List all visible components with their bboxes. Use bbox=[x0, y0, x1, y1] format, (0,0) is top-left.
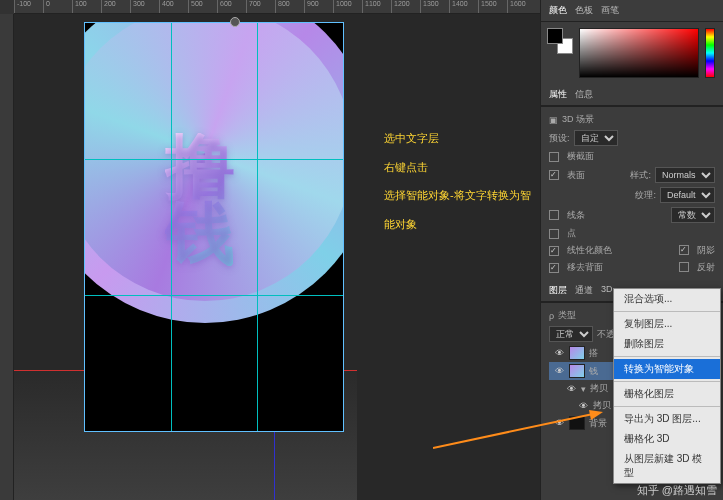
hue-slider[interactable] bbox=[705, 28, 715, 78]
points-checkbox[interactable] bbox=[549, 229, 559, 239]
lines-style-select[interactable]: 常数 bbox=[671, 207, 715, 223]
ctx-new-3d[interactable]: 从图层新建 3D 模型 bbox=[614, 449, 720, 483]
eye-icon[interactable]: 👁 bbox=[579, 401, 589, 411]
tab-3d[interactable]: 3D bbox=[601, 284, 613, 297]
cross-section-checkbox[interactable] bbox=[549, 152, 559, 162]
panels-dock: 颜色 色板 画笔 属性 信息 ▣ 3D 场景 预设: 自定 横截面 表面 样式:… bbox=[540, 0, 723, 500]
tab-swatches[interactable]: 色板 bbox=[575, 4, 593, 17]
cube-icon: ▣ bbox=[549, 115, 558, 125]
tab-channels[interactable]: 通道 bbox=[575, 284, 593, 297]
transform-handle-icon[interactable] bbox=[230, 17, 240, 27]
properties-panel: ▣ 3D 场景 预设: 自定 横截面 表面 样式: Normals 纹理: De… bbox=[541, 106, 723, 280]
annotation-text: 选中文字层 右键点击 选择智能对象-将文字转换为智能对象 bbox=[384, 124, 540, 238]
context-menu[interactable]: 混合选项... 复制图层... 删除图层 转换为智能对象 栅格化图层 导出为 3… bbox=[613, 288, 721, 484]
eye-icon[interactable]: 👁 bbox=[567, 384, 577, 394]
canvas-text[interactable]: 撸 钱 bbox=[165, 133, 235, 266]
ruler-top: -100010020030040050060070080090010001100… bbox=[14, 0, 540, 14]
chevron-down-icon[interactable]: ▾ bbox=[581, 384, 586, 394]
ctx-convert-smart-object[interactable]: 转换为智能对象 bbox=[614, 359, 720, 379]
tab-layers[interactable]: 图层 bbox=[549, 284, 567, 297]
linear-checkbox[interactable] bbox=[549, 246, 559, 256]
lines-checkbox[interactable] bbox=[549, 210, 559, 220]
color-picker[interactable] bbox=[579, 28, 699, 78]
eye-icon[interactable]: 👁 bbox=[555, 418, 565, 428]
color-panel bbox=[541, 22, 723, 84]
layer-thumb bbox=[569, 364, 585, 378]
ctx-blend-options[interactable]: 混合选项... bbox=[614, 289, 720, 309]
fg-bg-swatch[interactable] bbox=[547, 28, 573, 54]
tab-info[interactable]: 信息 bbox=[575, 88, 593, 101]
tab-color[interactable]: 颜色 bbox=[549, 4, 567, 17]
properties-tabs[interactable]: 属性 信息 bbox=[541, 84, 723, 106]
blend-mode-select[interactable]: 正常 bbox=[549, 326, 593, 342]
surface-checkbox[interactable] bbox=[549, 170, 559, 180]
ctx-export-3d[interactable]: 导出为 3D 图层... bbox=[614, 409, 720, 429]
shadow-checkbox[interactable] bbox=[679, 245, 689, 255]
layer-thumb bbox=[569, 346, 585, 360]
tab-properties[interactable]: 属性 bbox=[549, 88, 567, 101]
artboard[interactable]: 撸 钱 bbox=[84, 22, 344, 432]
eye-icon[interactable]: 👁 bbox=[555, 348, 565, 358]
preset-select[interactable]: 自定 bbox=[574, 130, 618, 146]
watermark: 知乎 @路遇知雪 bbox=[637, 483, 717, 498]
ctx-delete[interactable]: 删除图层 bbox=[614, 334, 720, 354]
reflection-checkbox[interactable] bbox=[679, 262, 689, 272]
texture-select[interactable]: Default bbox=[660, 187, 715, 203]
layer-thumb bbox=[569, 416, 585, 430]
ruler-left bbox=[0, 14, 14, 500]
color-panel-tabs[interactable]: 颜色 色板 画笔 bbox=[541, 0, 723, 22]
tab-brush[interactable]: 画笔 bbox=[601, 4, 619, 17]
canvas-area[interactable]: 撸 钱 选中文字层 右键点击 选择智能对象-将文字转换为智能对象 bbox=[14, 14, 540, 500]
ctx-rasterize[interactable]: 栅格化图层 bbox=[614, 384, 720, 404]
surface-style-select[interactable]: Normals bbox=[655, 167, 715, 183]
remove-bf-checkbox[interactable] bbox=[549, 263, 559, 273]
eye-icon[interactable]: 👁 bbox=[555, 366, 565, 376]
ctx-duplicate[interactable]: 复制图层... bbox=[614, 314, 720, 334]
ctx-rasterize-3d[interactable]: 栅格化 3D bbox=[614, 429, 720, 449]
scene-label: 3D 场景 bbox=[562, 113, 594, 126]
